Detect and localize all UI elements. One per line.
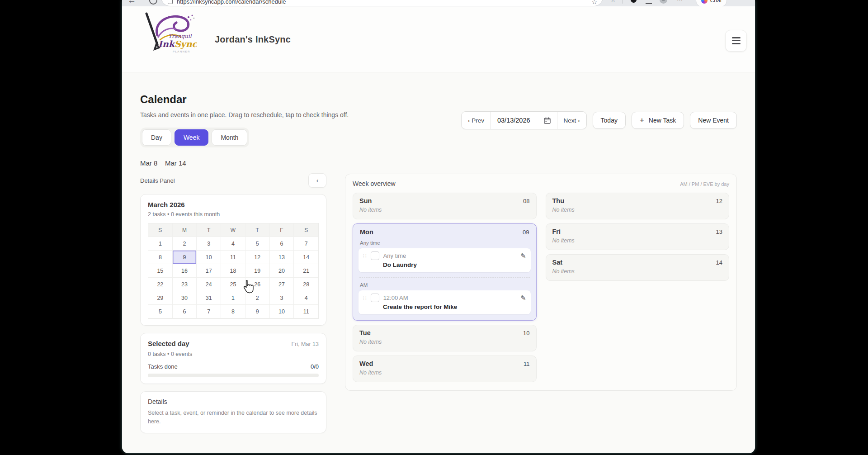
site-info-icon[interactable] [168,0,173,4]
mini-day-cell[interactable]: 5 [148,305,173,318]
mini-day-cell[interactable]: 1 [148,237,173,251]
mini-day-cell[interactable]: 18 [221,264,245,278]
more-icon[interactable]: ⋯ [677,0,683,3]
edit-icon[interactable]: ✎ [520,294,526,302]
mini-day-cell[interactable]: 23 [173,278,197,291]
new-event-button[interactable]: New Event [690,112,737,129]
mini-day-cell[interactable]: 5 [245,237,270,251]
mini-day-cell[interactable]: 27 [270,278,294,291]
tasks-done-label: Tasks done [148,363,178,370]
mini-day-cell[interactable]: 29 [148,291,173,305]
mini-day-cell[interactable]: 17 [197,264,221,278]
task-card[interactable]: ∷ Any time ✎ Do Laundry [359,248,531,272]
view-month-button[interactable]: Month [212,129,247,146]
browser-badge-icon[interactable] [631,0,637,3]
collapse-panel-button[interactable]: ‹ [308,173,326,188]
copilot-icon [701,0,708,4]
mini-day-cell[interactable]: 3 [197,237,221,251]
mini-day-cell[interactable]: 6 [173,305,197,318]
task-checkbox[interactable] [371,294,379,302]
mini-day-cell[interactable]: 22 [148,278,173,291]
back-icon[interactable]: ← [127,0,136,5]
mini-day-cell[interactable]: 24 [197,278,221,291]
main-row: Details Panel ‹ March 2026 2 tasks • 0 e… [140,174,737,433]
mini-day-cell[interactable]: 7 [294,237,318,251]
mini-day-cell[interactable]: 1 [221,291,245,305]
chat-button[interactable]: Chat [696,0,727,6]
mini-day-cell[interactable]: 6 [270,237,294,251]
reload-icon[interactable] [149,0,157,5]
next-button[interactable]: Next › [557,112,586,129]
mini-day-cell[interactable]: 12 [245,251,270,264]
mini-day-cell[interactable]: 11 [221,251,245,264]
task-card[interactable]: ∷ 12:00 AM ✎ Create the report for Mike [359,290,531,314]
day-card-tue[interactable]: Tue 10 No items [353,325,537,351]
mini-day-cell[interactable]: 19 [245,264,270,278]
mini-day-cell[interactable]: 9 [245,305,270,318]
prev-button[interactable]: ‹ Prev [462,112,491,129]
address-bar[interactable]: https://inksyncapp.com/calendar/schedule… [161,0,603,6]
mini-day-cell[interactable]: 10 [270,305,294,318]
mini-day-cell[interactable]: 3 [270,291,294,305]
tasks-done-value: 0/0 [311,363,319,370]
mini-day-cell[interactable]: 4 [294,291,318,305]
mini-day-cell[interactable]: 10 [197,251,221,264]
section-divider [359,277,530,278]
hamburger-menu-button[interactable] [725,30,747,52]
drag-handle-icon[interactable]: ∷ [363,253,367,259]
mini-day-cell[interactable]: 9 [173,251,197,264]
mini-day-cell[interactable]: 25 [221,278,245,291]
chat-label: Chat [710,0,722,4]
mini-day-cell[interactable]: 16 [173,264,197,278]
mini-day-cell[interactable]: 15 [148,264,173,278]
day-card-thu[interactable]: Thu 12 No items [546,193,730,219]
mini-day-cell[interactable]: 14 [294,251,318,264]
extension-icon[interactable]: ☆ [610,0,616,3]
mini-day-cell[interactable]: 28 [294,278,318,291]
mini-day-cell[interactable]: 11 [294,305,318,318]
view-day-button[interactable]: Day [142,129,171,146]
bookmark-star-icon[interactable]: ☆ [591,0,597,5]
today-button[interactable]: Today [593,112,626,129]
mini-day-cell[interactable]: 31 [197,291,221,305]
mini-day-cell[interactable]: 7 [197,305,221,318]
day-date: 11 [524,360,530,367]
mini-day-cell[interactable]: 8 [148,251,173,264]
mini-day-cell[interactable]: 4 [221,237,245,251]
app-logo: Tranquil InkSync PLANNER [142,12,197,59]
drag-handle-icon[interactable]: ∷ [363,295,367,301]
new-task-button[interactable]: + New Task [632,112,684,129]
page-title: Calendar [140,72,737,106]
day-column-right: Thu 12 No items Fri 13 No items [546,193,730,382]
task-checkbox[interactable] [371,251,379,260]
day-card-mon[interactable]: Mon 09 Any time ∷ Any time ✎ [353,223,537,321]
mini-day-cell[interactable]: 20 [270,264,294,278]
mini-day-cell[interactable]: 26 [245,278,270,291]
app-header: Tranquil InkSync PLANNER Jordan's InkSyn… [122,6,755,72]
day-date: 10 [523,330,529,337]
date-input[interactable]: 03/13/2026 [491,112,557,129]
view-week-button[interactable]: Week [175,129,209,146]
day-name: Mon [360,228,373,236]
edit-icon[interactable]: ✎ [520,252,526,260]
day-card-wed[interactable]: Wed 11 No items [353,355,537,382]
mini-day-cell[interactable]: 2 [245,291,270,305]
url-text[interactable]: https://inksyncapp.com/calendar/schedule [177,0,286,5]
day-date: 09 [523,229,529,236]
day-card-sun[interactable]: Sun 08 No items [353,193,537,219]
selected-day-title: Selected day [148,340,189,347]
mini-weekday-label: T [197,223,221,237]
calendar-icon[interactable] [544,117,551,124]
selected-day-date: Fri, Mar 13 [292,341,319,347]
selected-day-summary: 0 tasks • 0 events [148,351,319,357]
mini-day-cell[interactable]: 30 [173,291,197,305]
reading-list-icon[interactable] [646,0,652,4]
profile-avatar[interactable] [660,0,667,4]
mini-day-cell[interactable]: 8 [221,305,245,318]
mini-day-cell[interactable]: 21 [294,264,318,278]
day-card-fri[interactable]: Fri 13 No items [546,223,730,250]
no-items-label: No items [552,237,723,244]
mini-day-cell[interactable]: 2 [173,237,197,251]
mini-day-cell[interactable]: 13 [270,251,294,264]
day-card-sat[interactable]: Sat 14 No items [546,254,730,281]
